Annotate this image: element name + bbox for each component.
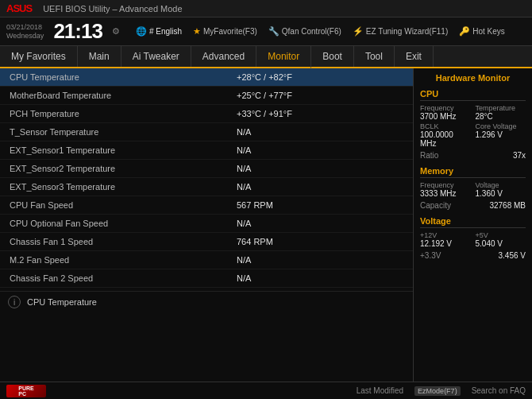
bios-title: UEFI BIOS Utility – Advanced Mode: [43, 4, 182, 14]
bottom-right: Last Modified EzMode(F7) Search on FAQ: [357, 386, 526, 396]
logo-area: PUREPC: [6, 385, 46, 397]
last-modified-label: Last Modified: [357, 386, 403, 395]
table-row[interactable]: CPU Fan Speed 567 RPM: [0, 196, 413, 215]
hot-keys-button[interactable]: 🔑 Hot Keys: [459, 26, 505, 37]
info-icon[interactable]: i: [8, 296, 21, 308]
nav-ai-tweaker[interactable]: Ai Tweaker: [121, 46, 191, 67]
main-content: CPU Temperature +28°C / +82°F MotherBoar…: [0, 68, 532, 382]
table-row[interactable]: CPU Temperature +28°C / +82°F: [0, 68, 413, 87]
day: Wednesday: [6, 32, 44, 41]
bottom-left: PUREPC: [6, 385, 46, 397]
table-row[interactable]: Chassis Fan 1 Speed 764 RPM: [0, 233, 413, 251]
favorite-label: MyFavorite(F3): [203, 27, 257, 36]
top-bar: ASUS UEFI BIOS Utility – Advanced Mode: [0, 0, 532, 17]
table-row[interactable]: PCH Temperature +33°C / +91°F: [0, 105, 413, 123]
v33-label: +3.3V: [420, 251, 441, 260]
memory-voltage-label: Voltage: [476, 181, 526, 189]
toolbar-items: 🌐 # English ★ MyFavorite(F3) 🔧 Qfan Cont…: [136, 26, 505, 37]
my-favorite-button[interactable]: ★ MyFavorite(F3): [193, 26, 257, 37]
table-row[interactable]: MotherBoard Temperature +25°C / +77°F: [0, 87, 413, 105]
search-faq-label: Search on FAQ: [472, 386, 526, 395]
nav-exit[interactable]: Exit: [395, 46, 434, 67]
row-label: CPU Temperature: [0, 68, 227, 87]
memory-data-grid: Frequency 3333 MHz Voltage 1.360 V: [420, 181, 526, 198]
selected-item-label: CPU Temperature: [27, 297, 97, 307]
nav-tool[interactable]: Tool: [354, 46, 395, 67]
memory-capacity-value: 32768 MB: [489, 201, 526, 210]
v33-row: +3.3V 3.456 V: [420, 251, 526, 260]
voltage-data-grid: +12V 12.192 V +5V 5.040 V: [420, 231, 526, 248]
row-value: N/A: [227, 123, 413, 141]
row-value: +33°C / +91°F: [227, 105, 413, 123]
cpu-frequency-label: Frequency: [420, 104, 471, 112]
cpu-bclk-value: 100.0000 MHz: [420, 130, 471, 148]
qfan-icon: 🔧: [268, 26, 279, 37]
nav-boot[interactable]: Boot: [311, 46, 354, 67]
row-label: M.2 Fan Speed: [0, 251, 227, 269]
table-row[interactable]: Chassis Fan 2 Speed N/A: [0, 269, 413, 288]
search-faq-button[interactable]: Search on FAQ: [472, 386, 526, 395]
row-label: CPU Fan Speed: [0, 196, 227, 215]
hw-monitor-panel: Hardware Monitor CPU Frequency 3700 MHz …: [413, 68, 532, 382]
ez-tuning-icon: ⚡: [353, 26, 364, 37]
cpu-frequency-value: 3700 MHz: [420, 112, 471, 121]
cpu-bclk-label: BCLK: [420, 122, 471, 130]
time-display: 21:13: [53, 19, 102, 44]
ez-tuning-button[interactable]: ⚡ EZ Tuning Wizard(F11): [353, 26, 448, 37]
row-label: EXT_Sensor1 Temperature: [0, 141, 227, 160]
table-row[interactable]: EXT_Sensor3 Temperature N/A: [0, 178, 413, 196]
cpu-temperature-value: 28°C: [476, 112, 526, 121]
hot-keys-icon: 🔑: [459, 26, 470, 37]
row-value: +25°C / +77°F: [227, 87, 413, 105]
v12-value: 12.192 V: [420, 239, 471, 248]
row-value: N/A: [227, 269, 413, 288]
row-value: N/A: [227, 178, 413, 196]
row-value: N/A: [227, 251, 413, 269]
cpu-ratio-label: Ratio: [420, 151, 438, 160]
cpu-data-grid: Frequency 3700 MHz Temperature 28°C BCLK…: [420, 104, 526, 148]
monitor-table: CPU Temperature +28°C / +82°F MotherBoar…: [0, 68, 413, 288]
nav-advanced[interactable]: Advanced: [191, 46, 256, 67]
v5-item: +5V 5.040 V: [476, 231, 526, 248]
memory-frequency-value: 3333 MHz: [420, 189, 471, 198]
v5-label: +5V: [476, 231, 526, 239]
language-icon: 🌐: [136, 26, 147, 37]
cpu-ratio-value: 37x: [513, 151, 526, 160]
memory-frequency-item: Frequency 3333 MHz: [420, 181, 471, 198]
table-row[interactable]: EXT_Sensor1 Temperature N/A: [0, 141, 413, 160]
table-row[interactable]: T_Sensor Temperature N/A: [0, 123, 413, 141]
qfan-label: Qfan Control(F6): [282, 27, 341, 36]
cpu-bclk-item: BCLK 100.0000 MHz: [420, 122, 471, 148]
row-label: PCH Temperature: [0, 105, 227, 123]
table-row[interactable]: M.2 Fan Speed N/A: [0, 251, 413, 269]
memory-voltage-value: 1.360 V: [476, 189, 526, 198]
memory-section-title: Memory: [420, 166, 526, 178]
cpu-section-title: CPU: [420, 89, 526, 101]
ez-mode-button[interactable]: EzMode(F7): [414, 386, 461, 396]
cpu-core-voltage-label: Core Voltage: [476, 122, 526, 130]
language-button[interactable]: 🌐 # English: [136, 26, 182, 37]
row-label: CPU Optional Fan Speed: [0, 215, 227, 233]
voltage-section-title: Voltage: [420, 216, 526, 228]
memory-capacity-label: Capacity: [420, 201, 451, 210]
hot-keys-label: Hot Keys: [472, 27, 505, 36]
qfan-button[interactable]: 🔧 Qfan Control(F6): [268, 26, 341, 37]
row-label: EXT_Sensor2 Temperature: [0, 160, 227, 178]
v33-value: 3.456 V: [499, 251, 526, 260]
language-label: # English: [149, 27, 182, 36]
table-row[interactable]: CPU Optional Fan Speed N/A: [0, 215, 413, 233]
row-label: EXT_Sensor3 Temperature: [0, 178, 227, 196]
table-row[interactable]: EXT_Sensor2 Temperature N/A: [0, 160, 413, 178]
cpu-ratio-row: Ratio 37x: [420, 151, 526, 160]
row-value: 567 RPM: [227, 196, 413, 215]
pure-pc-logo: PUREPC: [6, 385, 46, 397]
nav-my-favorites[interactable]: My Favorites: [0, 46, 78, 67]
cpu-temperature-item: Temperature 28°C: [476, 104, 526, 121]
nav-main[interactable]: Main: [78, 46, 121, 67]
date-section: 03/21/2018 Wednesday: [6, 23, 44, 41]
date: 03/21/2018: [6, 23, 44, 32]
settings-icon[interactable]: ⚙: [112, 26, 120, 37]
nav-monitor[interactable]: Monitor: [256, 46, 311, 68]
row-value: N/A: [227, 215, 413, 233]
hw-monitor-title: Hardware Monitor: [420, 73, 526, 83]
